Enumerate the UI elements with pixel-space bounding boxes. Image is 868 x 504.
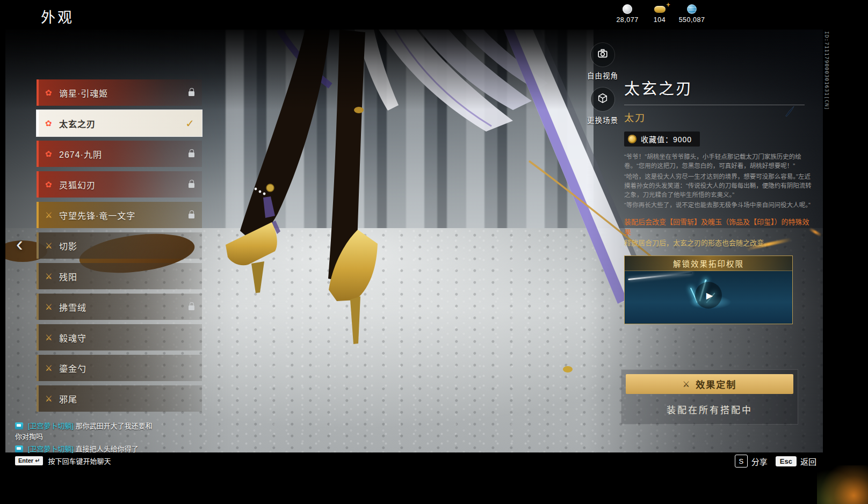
collection-coin-icon bbox=[628, 135, 636, 143]
game-screen: 外观 28,077 + 104 550,087 ✿ 谪星·引魂姬 ✿ 太玄之刃 … bbox=[0, 0, 868, 504]
swords-icon: ⚔ bbox=[45, 394, 59, 404]
swords-icon: ⚔ bbox=[45, 363, 59, 373]
chat-log: [卫宫萝卜切躺] 那你武田开大了我还要和你对掏吗 [卫宫萝卜切躺] 直接把人头给… bbox=[15, 421, 156, 457]
sidebar-item[interactable]: ⚔ 残阳 bbox=[37, 263, 202, 289]
item-label: 拂雪绒 bbox=[59, 301, 189, 313]
chat-sender: [卫宫萝卜切躺] bbox=[28, 445, 74, 453]
chat-sender: [卫宫萝卜切躺] bbox=[28, 422, 74, 430]
sword-icon: ⚔ bbox=[683, 379, 691, 389]
currency-value: 28,077 bbox=[616, 16, 638, 24]
item-label: 切影 bbox=[59, 239, 194, 252]
blue-coin-icon bbox=[687, 4, 697, 14]
collapse-sidebar-button[interactable]: ‹ bbox=[16, 234, 23, 254]
item-label: 残阳 bbox=[59, 270, 194, 283]
sidebar-item[interactable]: ✿ 谪星·引魂姬 bbox=[37, 79, 202, 106]
play-icon: ▶ bbox=[706, 290, 713, 301]
chat-message: [卫宫萝卜切躺] 直接把人头给你得了 bbox=[15, 444, 156, 455]
effect-notes: 装配后会改变【回雪斩】及魄玉（饰品及【印玺】）的特殊效果释放居合刀后，太玄之刃的… bbox=[624, 217, 813, 249]
camera-icon bbox=[597, 48, 609, 62]
swords-icon: ⚔ bbox=[45, 302, 59, 312]
equipped-note: 装配在所有搭配中 bbox=[626, 403, 793, 416]
change-scene-button[interactable]: 更换场景 bbox=[578, 87, 627, 125]
share-button[interactable]: S 分享 bbox=[735, 455, 768, 468]
s-key-badge: S bbox=[735, 455, 748, 468]
footer-actions: S 分享 Esc 返回 bbox=[735, 455, 816, 468]
lock-icon bbox=[189, 305, 194, 310]
selected-check-icon: ✓ bbox=[185, 117, 194, 130]
weapon-name: 太玄之刃 bbox=[624, 76, 818, 99]
top-letterbox bbox=[0, 0, 868, 30]
account-id-watermark: ID:711179000301631[CN] bbox=[824, 31, 830, 111]
effect-customize-button[interactable]: ⚔ 效果定制 bbox=[626, 374, 793, 394]
lock-icon bbox=[189, 91, 194, 96]
flower-icon: ✿ bbox=[45, 88, 59, 98]
item-label: 邪尾 bbox=[59, 392, 194, 405]
currency[interactable]: + 104 bbox=[645, 4, 675, 24]
quill-icon bbox=[784, 105, 795, 119]
sidebar-item[interactable]: ✿ 2674·九阴 bbox=[37, 141, 202, 167]
item-label: 毅魂守 bbox=[59, 331, 194, 344]
lock-icon bbox=[189, 183, 194, 188]
customize-label: 效果定制 bbox=[696, 377, 736, 391]
swords-icon: ⚔ bbox=[45, 333, 59, 342]
back-button[interactable]: Esc 返回 bbox=[776, 456, 816, 467]
currency-value: 104 bbox=[654, 16, 666, 24]
back-label: 返回 bbox=[800, 456, 816, 467]
title-divider bbox=[624, 105, 805, 105]
share-label: 分享 bbox=[751, 456, 768, 467]
sidebar-item[interactable]: ✿ 灵狐幻刃 bbox=[37, 171, 202, 198]
play-button[interactable]: ▶ bbox=[695, 282, 722, 309]
skin-list: ✿ 谪星·引魂姬 ✿ 太玄之刃 ✓ ✿ 2674·九阴 ✿ 灵狐幻刃 ⚔ 守望先… bbox=[37, 79, 202, 416]
item-label: 太玄之刃 bbox=[59, 117, 185, 130]
item-label: 谪星·引魂姬 bbox=[59, 86, 189, 99]
change-scene-label: 更换场景 bbox=[578, 114, 627, 125]
chat-channel-icon bbox=[15, 445, 23, 452]
viewport-controls: 自由视角 更换场景 bbox=[578, 43, 627, 132]
chat-input-hint[interactable]: Enter ↵ 按下回车键开始聊天 bbox=[15, 456, 111, 466]
free-camera-label: 自由视角 bbox=[578, 70, 627, 81]
flower-icon: ✿ bbox=[45, 119, 59, 128]
sidebar-item[interactable]: ⚔ 鎏金勺 bbox=[37, 355, 202, 381]
sidebar-item[interactable]: ⚔ 拂雪绒 bbox=[37, 294, 202, 320]
chat-channel-icon bbox=[15, 422, 23, 429]
lock-icon bbox=[189, 152, 194, 157]
preview-title: 解锁效果拓印权限 bbox=[625, 256, 792, 271]
collection-value-badge: 收藏值：9000 bbox=[624, 132, 700, 147]
wave-vfx bbox=[628, 272, 692, 281]
sidebar-item[interactable]: ⚔ 毅魂守 bbox=[37, 324, 202, 350]
item-label: 灵狐幻刃 bbox=[59, 178, 189, 191]
effect-preview-panel: 解锁效果拓印权限 ▶ bbox=[624, 255, 793, 324]
lock-icon bbox=[189, 214, 194, 218]
currency[interactable]: 28,077 bbox=[612, 4, 642, 24]
esc-key-badge: Esc bbox=[776, 456, 797, 466]
item-label: 鎏金勺 bbox=[59, 362, 194, 375]
chat-message: [卫宫萝卜切躺] 那你武田开大了我还要和你对掏吗 bbox=[15, 421, 156, 442]
currency[interactable]: 550,087 bbox=[677, 4, 707, 24]
item-label: 2674·九阴 bbox=[59, 148, 189, 160]
left-letterbox bbox=[0, 0, 5, 504]
sidebar-item[interactable]: ✿ 太玄之刃 ✓ bbox=[37, 110, 202, 136]
page-title: 外观 bbox=[41, 6, 74, 27]
free-camera-button[interactable]: 自由视角 bbox=[578, 43, 627, 81]
corner-glow bbox=[817, 465, 868, 504]
enter-key-badge: Enter ↵ bbox=[15, 456, 43, 465]
enter-hint-text: 按下回车键开始聊天 bbox=[48, 456, 111, 466]
spiral-coin-icon bbox=[623, 4, 632, 14]
plus-icon[interactable]: + bbox=[666, 1, 670, 9]
cube-icon bbox=[597, 92, 609, 106]
chat-text: 直接把人头给你得了 bbox=[75, 445, 138, 453]
swords-icon: ⚔ bbox=[45, 272, 59, 281]
item-label: 守望先锋·竜一文字 bbox=[59, 209, 189, 222]
currency-bar: 28,077 + 104 550,087 bbox=[612, 4, 707, 24]
sidebar-item[interactable]: ⚔ 切影 bbox=[37, 232, 202, 259]
weapon-lore: “爷爷！”胡桃坐在爷爷膝头，小手轻点那记载太刀门家族历史的绘卷。“您用的这把刀，… bbox=[624, 152, 813, 210]
currency-value: 550,087 bbox=[679, 16, 705, 24]
equip-panel: ⚔ 效果定制 装配在所有搭配中 bbox=[621, 369, 798, 425]
swords-icon: ⚔ bbox=[45, 210, 59, 220]
flower-icon: ✿ bbox=[45, 149, 59, 159]
collection-value-label: 收藏值：9000 bbox=[641, 134, 692, 144]
flower-icon: ✿ bbox=[45, 180, 59, 189]
sidebar-item[interactable]: ⚔ 邪尾 bbox=[37, 385, 202, 412]
sidebar-item[interactable]: ⚔ 守望先锋·竜一文字 bbox=[37, 202, 202, 228]
gold-ingot-icon bbox=[654, 6, 666, 13]
